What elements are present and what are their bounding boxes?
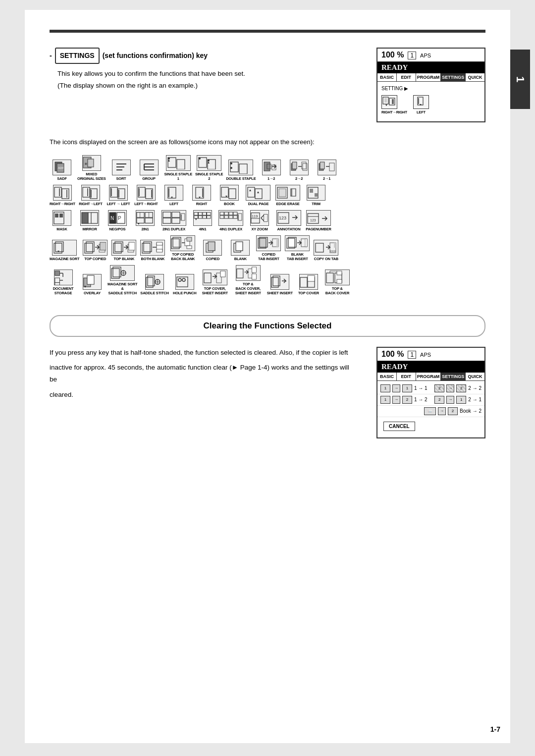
screen-row-3: 📖 → 2 Book → 2	[377, 406, 484, 417]
svg-rect-63	[248, 187, 255, 197]
svg-rect-184	[252, 274, 256, 279]
screen-tabs-bottom: BASIC EDIT PROGRaM SETTINGS QUICK	[377, 373, 484, 381]
svg-rect-28	[239, 164, 247, 174]
svg-text:ADF: ADF	[58, 166, 64, 169]
svg-rect-193	[337, 279, 342, 283]
svg-rect-84	[137, 218, 144, 223]
icon-sadf: ADF SADF	[50, 160, 74, 181]
svg-rect-97	[207, 212, 211, 215]
svg-rect-43	[62, 189, 69, 199]
svg-rect-95	[198, 212, 202, 215]
svg-rect-99	[198, 216, 202, 218]
clearing-text2: inactive for approx. 45 seconds, the aut…	[50, 362, 357, 386]
svg-rect-181	[237, 269, 243, 277]
svg-rect-103	[224, 212, 228, 215]
screen-number: 1	[408, 52, 416, 59]
right-right-icon	[382, 97, 396, 108]
svg-text:123: 123	[279, 216, 286, 220]
svg-rect-90	[163, 218, 171, 223]
svg-rect-89	[172, 212, 180, 217]
svg-rect-70	[315, 193, 318, 197]
svg-text:▦: ▦	[85, 162, 87, 165]
svg-rect-36	[303, 163, 307, 170]
svg-rect-75	[91, 213, 98, 223]
screen-mockup-bottom: 100 % 1 APS READY BASIC EDIT PROGRaM SET…	[376, 347, 485, 438]
svg-point-29	[230, 162, 232, 164]
screen-ready: READY	[377, 62, 484, 73]
svg-rect-85	[145, 218, 153, 223]
svg-rect-62	[229, 189, 236, 199]
svg-rect-41	[54, 187, 61, 197]
svg-rect-115	[264, 214, 268, 221]
tab-settings-b[interactable]: SETTINGS	[441, 373, 466, 380]
svg-point-22	[168, 158, 170, 160]
svg-rect-189	[308, 275, 315, 281]
settings-title: - SETTINGS (set functions confirmation) …	[50, 48, 357, 64]
svg-rect-152	[305, 239, 307, 247]
tab-basic-b: BASIC	[377, 373, 397, 380]
svg-rect-126	[100, 242, 106, 250]
tab-basic: BASIC	[377, 73, 397, 81]
page-number: 1-7	[490, 725, 500, 733]
svg-text:XXX: XXX	[330, 250, 336, 253]
settings-key-label: SETTINGS	[55, 48, 100, 64]
icons-row-1: ADF SADF ▦ MIXEDORIGINAL SIZES SORT	[50, 155, 485, 181]
tab-settings[interactable]: SETTINGS	[441, 73, 466, 81]
svg-rect-134	[157, 242, 162, 245]
tab-quick: QUICK	[466, 73, 484, 81]
screen-percent-bottom: 100 %	[381, 350, 404, 359]
svg-rect-45	[83, 187, 90, 197]
svg-rect-72	[55, 214, 58, 217]
svg-rect-108	[229, 216, 233, 218]
icon-left-label: LEFT	[417, 110, 426, 114]
svg-point-25	[199, 158, 201, 160]
icons-intro: The icons displayed on the screen are as…	[50, 137, 485, 148]
svg-rect-155	[334, 243, 336, 248]
svg-rect-162	[54, 282, 59, 285]
clearing-box: Clearing the Functions Selected	[50, 315, 485, 337]
tab-edit-b: EDIT	[397, 373, 416, 380]
cancel-button[interactable]: CANCEL	[383, 422, 415, 431]
svg-rect-21	[177, 160, 185, 169]
svg-text:P: P	[118, 216, 121, 221]
clearing-text: If you press any key that is half-tone s…	[50, 347, 357, 401]
svg-rect-180	[220, 271, 225, 277]
screen-aps-bottom: APS	[420, 352, 431, 358]
top-border	[50, 30, 485, 33]
settings-text: - SETTINGS (set functions confirmation) …	[50, 48, 357, 122]
clearing-text1: If you press any key that is half-tone s…	[50, 347, 357, 359]
svg-rect-153	[316, 243, 323, 252]
svg-rect-106	[220, 216, 224, 218]
svg-text:N: N	[110, 216, 114, 221]
svg-rect-94	[194, 212, 198, 215]
svg-rect-104	[229, 212, 233, 215]
svg-rect-160	[54, 278, 59, 282]
page: 1 - SETTINGS (set functions confirmation…	[25, 10, 510, 743]
svg-rect-144	[236, 242, 243, 251]
screen-row-1: 1 → 1 1 → 1 2 → 2 2 → 2	[377, 383, 484, 394]
svg-text:123: 123	[310, 218, 316, 222]
svg-rect-37	[302, 162, 306, 169]
svg-rect-187	[300, 277, 307, 287]
svg-rect-11	[88, 159, 94, 167]
screen-aps: APS	[420, 53, 431, 58]
svg-rect-91	[172, 218, 180, 223]
icons-grid: ADF SADF ▦ MIXEDORIGINAL SIZES SORT	[50, 155, 485, 295]
icons-row-2: RIGHT→RIGHT RIGHT→LEFT LEFT → LEFT LEFT→…	[50, 185, 485, 206]
svg-point-30	[230, 167, 232, 169]
svg-rect-192	[337, 271, 342, 275]
svg-rect-157	[54, 271, 59, 275]
svg-rect-88	[163, 212, 171, 217]
icons-row-5: DOCUMENTSTORAGE OVERLAY MAGAZINE SORT&SA…	[50, 265, 485, 295]
clearing-text3: cleared.	[50, 389, 357, 401]
svg-rect-178	[204, 273, 211, 283]
bottom-section: If you press any key that is half-tone s…	[50, 347, 485, 438]
section-tab: 1	[510, 50, 530, 109]
svg-rect-140	[187, 246, 192, 249]
svg-rect-190	[326, 273, 333, 283]
svg-rect-102	[220, 212, 224, 215]
tab-program-b: PROGRaM	[416, 373, 441, 380]
svg-text:119: 119	[252, 214, 258, 218]
svg-rect-39	[320, 162, 324, 169]
svg-rect-175	[177, 277, 188, 287]
